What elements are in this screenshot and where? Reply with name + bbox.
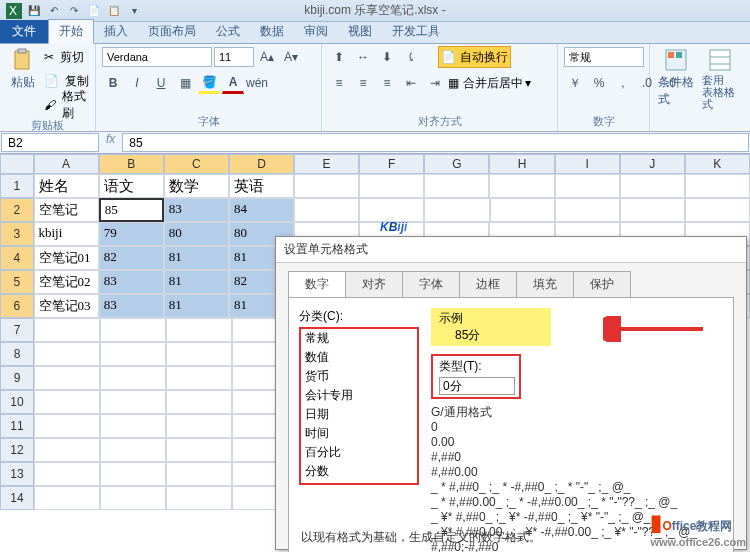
cell[interactable]	[100, 342, 166, 366]
underline-button[interactable]: U	[150, 72, 172, 94]
cell[interactable]	[166, 438, 232, 462]
row-header[interactable]: 4	[0, 246, 34, 270]
col-header[interactable]: A	[34, 154, 99, 174]
cell[interactable]	[100, 486, 166, 510]
cell[interactable]	[34, 318, 100, 342]
cat-item[interactable]: 会计专用	[301, 386, 417, 405]
row-header[interactable]: 8	[0, 342, 34, 366]
tab-view[interactable]: 视图	[338, 20, 382, 43]
undo-icon[interactable]: ↶	[46, 3, 62, 19]
fmt-item[interactable]: #,##0.00	[431, 465, 723, 480]
dlg-tab-number[interactable]: 数字	[288, 271, 346, 297]
cell-active[interactable]: 85	[99, 198, 164, 222]
fmt-item[interactable]: _ * #,##0_ ;_ * -#,##0_ ;_ * "-"_ ;_ @_	[431, 480, 723, 495]
col-header[interactable]: K	[685, 154, 750, 174]
italic-button[interactable]: I	[126, 72, 148, 94]
cell[interactable]	[166, 462, 232, 486]
formula-input[interactable]	[122, 133, 749, 152]
col-header[interactable]: E	[294, 154, 359, 174]
cell[interactable]	[34, 414, 100, 438]
cat-item[interactable]: 分数	[301, 462, 417, 481]
cell[interactable]	[34, 366, 100, 390]
cat-item[interactable]: 百分比	[301, 443, 417, 462]
save-icon[interactable]: 💾	[26, 3, 42, 19]
cell[interactable]	[166, 414, 232, 438]
row-header[interactable]: 11	[0, 414, 34, 438]
name-box[interactable]	[1, 133, 99, 152]
orientation-icon[interactable]: ⤹	[400, 46, 422, 68]
fmt-item[interactable]: _ * #,##0.00_ ;_ * -#,##0.00_ ;_ * "-"??…	[431, 495, 723, 510]
bold-button[interactable]: B	[102, 72, 124, 94]
cell[interactable]: 空笔记03	[34, 294, 99, 318]
fx-icon[interactable]: fx	[100, 132, 121, 153]
row-header[interactable]: 3	[0, 222, 34, 246]
cut-button[interactable]: ✂剪切	[44, 46, 89, 68]
row-header[interactable]: 1	[0, 174, 34, 198]
cell[interactable]: 姓名	[34, 174, 99, 198]
cell[interactable]: 空笔记	[34, 198, 99, 222]
cat-item[interactable]: 数值	[301, 348, 417, 367]
dlg-tab-align[interactable]: 对齐	[345, 271, 403, 297]
cell[interactable]	[166, 390, 232, 414]
paste-button[interactable]: 粘贴	[6, 46, 40, 93]
cell[interactable]	[34, 342, 100, 366]
indent-dec-icon[interactable]: ⇤	[400, 72, 422, 94]
comma-icon[interactable]: ,	[612, 72, 634, 94]
cell[interactable]	[166, 486, 232, 510]
cell[interactable]	[294, 198, 359, 222]
wrap-text-button[interactable]: 📄自动换行	[438, 46, 511, 68]
row-header[interactable]: 13	[0, 462, 34, 486]
tab-dev[interactable]: 开发工具	[382, 20, 450, 43]
cat-item[interactable]: 货币	[301, 367, 417, 386]
category-listbox[interactable]: 常规 数值 货币 会计专用 日期 时间 百分比 分数 科学记数 文本 特殊 自定…	[299, 327, 419, 485]
cell[interactable]: 83	[99, 294, 164, 318]
fmt-item[interactable]: G/通用格式	[431, 405, 723, 420]
qat-icon[interactable]: 📄	[86, 3, 102, 19]
dlg-tab-font[interactable]: 字体	[402, 271, 460, 297]
fill-color-button[interactable]: 🪣	[198, 72, 220, 94]
align-bottom-icon[interactable]: ⬇	[376, 46, 398, 68]
redo-icon[interactable]: ↷	[66, 3, 82, 19]
cell[interactable]	[555, 174, 620, 198]
row-header[interactable]: 5	[0, 270, 34, 294]
cell[interactable]	[620, 198, 685, 222]
cell[interactable]	[166, 318, 232, 342]
qat-icon2[interactable]: 📋	[106, 3, 122, 19]
fmt-item[interactable]: #,##0	[431, 450, 723, 465]
row-header[interactable]: 2	[0, 198, 34, 222]
row-header[interactable]: 7	[0, 318, 34, 342]
cell[interactable]	[166, 366, 232, 390]
col-header[interactable]: G	[424, 154, 489, 174]
cell[interactable]: 空笔记01	[34, 246, 99, 270]
cell[interactable]: 82	[99, 246, 164, 270]
cell[interactable]: 83	[164, 198, 229, 222]
cell[interactable]	[100, 438, 166, 462]
cell[interactable]: 数学	[164, 174, 229, 198]
cell[interactable]	[100, 366, 166, 390]
col-header[interactable]: B	[99, 154, 164, 174]
select-all-corner[interactable]	[0, 154, 34, 174]
cell[interactable]	[424, 174, 489, 198]
cell[interactable]: 84	[229, 198, 294, 222]
tab-file[interactable]: 文件	[0, 20, 48, 43]
cell[interactable]	[359, 174, 424, 198]
tab-layout[interactable]: 页面布局	[138, 20, 206, 43]
cell[interactable]: 语文	[99, 174, 164, 198]
cell[interactable]: 80	[164, 222, 229, 246]
cell[interactable]: 83	[99, 270, 164, 294]
fmt-item[interactable]: 0.00	[431, 435, 723, 450]
cell[interactable]	[34, 486, 100, 510]
col-header[interactable]: H	[489, 154, 554, 174]
format-painter-button[interactable]: 🖌格式刷	[44, 94, 89, 116]
cond-format-button[interactable]: 条件格式	[656, 46, 696, 110]
cell[interactable]	[34, 462, 100, 486]
cell[interactable]: kbiji	[34, 222, 99, 246]
cell[interactable]	[294, 174, 359, 198]
tab-insert[interactable]: 插入	[94, 20, 138, 43]
cell[interactable]	[359, 198, 424, 222]
border-button[interactable]: ▦	[174, 72, 196, 94]
cat-item[interactable]: 科学记数	[301, 481, 417, 485]
percent-icon[interactable]: %	[588, 72, 610, 94]
cat-item[interactable]: 日期	[301, 405, 417, 424]
cell[interactable]: 空笔记02	[34, 270, 99, 294]
